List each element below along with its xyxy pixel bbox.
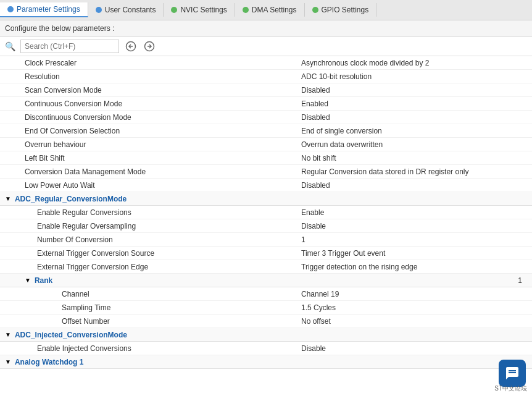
param-value: No offset — [296, 317, 532, 326]
table-row[interactable]: Discontinuous Conversion ModeDisabled — [0, 111, 532, 124]
param-name: Scan Conversion Mode — [0, 86, 296, 95]
param-value: Disabled — [296, 86, 532, 95]
param-name: Offset Number — [0, 317, 296, 326]
search-bar: 🔍 — [0, 37, 532, 56]
tab-user-constants[interactable]: User Constants — [88, 3, 164, 17]
param-name: Enable Regular Oversampling — [0, 222, 296, 230]
param-value: No bit shift — [296, 154, 532, 163]
table-row[interactable]: Left Bit ShiftNo bit shift — [0, 151, 532, 165]
param-value: Enable — [296, 208, 532, 217]
param-name: Resolution — [0, 72, 296, 81]
table-row[interactable]: ResolutionADC 10-bit resolution — [0, 70, 532, 83]
table-row[interactable]: Sampling Time1.5 Cycles — [0, 301, 532, 315]
section-regular-label: ADC_Regular_ConversionMode — [15, 195, 127, 203]
tab-gpio-settings[interactable]: GPIO Settings — [305, 3, 377, 17]
rank-value: 1 — [518, 276, 527, 285]
table-row[interactable]: Overrun behaviourOverrun data overwritte… — [0, 138, 532, 151]
config-label: Configure the below parameters : — [0, 20, 532, 37]
section-watchdog-label: Analog Watchdog 1 — [15, 358, 84, 366]
param-content: Clock PrescalerAsynchronous clock mode d… — [0, 56, 532, 393]
param-value: Asynchronous clock mode divided by 2 — [296, 59, 532, 67]
table-row[interactable]: ChannelChannel 19 — [0, 287, 532, 301]
rank-header[interactable]: ▼ Rank 1 — [0, 274, 532, 287]
table-row[interactable]: Enable Regular ConversionsEnable — [0, 206, 532, 219]
param-value: Timer 3 Trigger Out event — [296, 249, 532, 258]
section-watchdog-header[interactable]: ▼ Analog Watchdog 1 — [0, 355, 532, 369]
table-row[interactable]: Scan Conversion ModeDisabled — [0, 83, 532, 97]
tab-icon-user — [96, 7, 102, 13]
rank-label: Rank — [35, 276, 52, 285]
prev-icon — [125, 41, 136, 52]
param-value: ADC 10-bit resolution — [296, 72, 532, 81]
param-value: Disable — [296, 344, 532, 353]
param-name: Sampling Time — [0, 303, 296, 312]
table-row[interactable]: Enable Injected ConversionsDisable — [0, 342, 532, 355]
param-name: Conversion Data Management Mode — [0, 167, 296, 176]
chevron-regular-icon: ▼ — [5, 195, 11, 202]
table-row[interactable]: Number Of Conversion1 — [0, 233, 532, 247]
param-value: 1.5 Cycles — [296, 303, 532, 312]
next-nav-button[interactable] — [143, 40, 156, 53]
tab-label-nvic: NVIC Settings — [180, 6, 227, 14]
param-value: Disabled — [296, 181, 532, 190]
table-row[interactable]: External Trigger Conversion EdgeTrigger … — [0, 260, 532, 274]
param-name: Enable Injected Conversions — [0, 344, 296, 353]
param-value: Channel 19 — [296, 290, 532, 298]
table-row[interactable]: Continuous Conversion ModeEnabled — [0, 97, 532, 111]
param-name: Low Power Auto Wait — [0, 181, 296, 190]
param-name: External Trigger Conversion Source — [0, 249, 296, 258]
table-row[interactable]: Clock PrescalerAsynchronous clock mode d… — [0, 56, 532, 70]
next-icon — [144, 41, 155, 52]
section-regular-header[interactable]: ▼ ADC_Regular_ConversionMode — [0, 192, 532, 206]
tab-label-parameter: Parameter Settings — [17, 5, 80, 14]
tab-icon-gpio — [312, 7, 318, 13]
st-forum-label: ST中文论坛 — [494, 384, 527, 393]
param-name: Number Of Conversion — [0, 235, 296, 244]
chat-bubble-button[interactable] — [499, 360, 526, 387]
param-name: Continuous Conversion Mode — [0, 99, 296, 108]
table-row[interactable]: Offset NumberNo offset — [0, 315, 532, 328]
table-row[interactable]: Low Power Auto WaitDisabled — [0, 179, 532, 192]
rank-params: ChannelChannel 19Sampling Time1.5 Cycles… — [0, 287, 532, 328]
chat-icon — [505, 366, 520, 381]
param-name: Left Bit Shift — [0, 154, 296, 163]
param-value: Disable — [296, 222, 532, 230]
chevron-watchdog-icon: ▼ — [5, 358, 11, 365]
table-row[interactable]: External Trigger Conversion SourceTimer … — [0, 247, 532, 260]
tab-dma-settings[interactable]: DMA Settings — [235, 3, 305, 17]
tab-bar: Parameter Settings User Constants NVIC S… — [0, 0, 532, 20]
param-name: Enable Regular Conversions — [0, 208, 296, 217]
tab-label-gpio: GPIO Settings — [322, 6, 369, 14]
param-value: Disabled — [296, 113, 532, 122]
param-value: End of single conversion — [296, 127, 532, 135]
tab-icon-parameter — [7, 6, 14, 12]
section-injected-label: ADC_Injected_ConversionMode — [15, 331, 127, 339]
tab-label-user: User Constants — [105, 6, 156, 14]
chevron-rank-icon: ▼ — [25, 277, 31, 284]
param-value: Trigger detection on the rising edge — [296, 263, 532, 271]
prev-nav-button[interactable] — [124, 40, 138, 53]
tab-icon-dma — [243, 7, 249, 13]
section-injected-header[interactable]: ▼ ADC_Injected_ConversionMode — [0, 328, 532, 342]
tab-nvic-settings[interactable]: NVIC Settings — [164, 3, 235, 17]
tab-icon-nvic — [171, 7, 177, 13]
param-value: 1 — [296, 235, 532, 244]
search-input[interactable] — [20, 40, 119, 53]
param-name: Discontinuous Conversion Mode — [0, 113, 296, 122]
top-params: Clock PrescalerAsynchronous clock mode d… — [0, 56, 532, 192]
param-name: External Trigger Conversion Edge — [0, 263, 296, 271]
table-row[interactable]: Enable Regular OversamplingDisable — [0, 219, 532, 233]
table-row[interactable]: End Of Conversion SelectionEnd of single… — [0, 124, 532, 138]
param-name: Overrun behaviour — [0, 140, 296, 149]
tab-label-dma: DMA Settings — [252, 6, 297, 14]
search-icon: 🔍 — [5, 41, 15, 51]
tab-parameter-settings[interactable]: Parameter Settings — [0, 2, 88, 17]
chevron-injected-icon: ▼ — [5, 331, 11, 338]
param-value: Regular Conversion data stored in DR reg… — [296, 167, 532, 176]
injected-params: Enable Injected ConversionsDisable — [0, 342, 532, 355]
table-row[interactable]: Conversion Data Management ModeRegular C… — [0, 165, 532, 179]
param-name: End Of Conversion Selection — [0, 127, 296, 135]
param-name: Clock Prescaler — [0, 59, 296, 67]
param-value: Overrun data overwritten — [296, 140, 532, 149]
param-value: Enabled — [296, 99, 532, 108]
